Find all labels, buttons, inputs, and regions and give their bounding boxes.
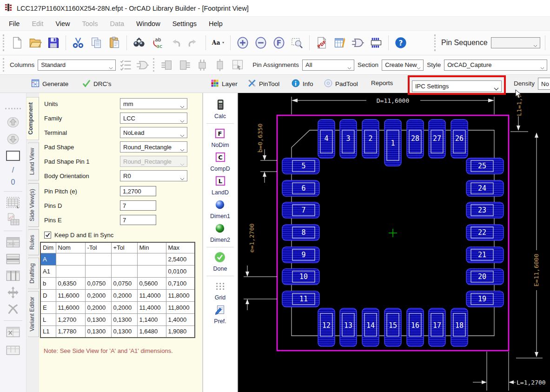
table-cell[interactable] bbox=[137, 265, 166, 277]
ic-footprint-icon[interactable] bbox=[369, 35, 384, 50]
table-cell[interactable]: 11,8000 bbox=[166, 301, 195, 313]
delete-cross-icon[interactable] bbox=[5, 302, 21, 316]
table-row[interactable]: D11,60000,20000,200011,400011,8000 bbox=[40, 289, 195, 301]
tool-compd[interactable]: CCompD bbox=[210, 151, 230, 172]
table-cell[interactable]: 0,1300 bbox=[111, 326, 137, 338]
pin-sequence-combo[interactable] bbox=[491, 37, 540, 48]
table-cell[interactable]: 0,2000 bbox=[111, 289, 137, 301]
table-cell[interactable]: 11,4000 bbox=[137, 289, 166, 301]
padtool-button[interactable]: PadTool bbox=[324, 79, 358, 89]
table-cell[interactable]: 1,4000 bbox=[166, 313, 195, 326]
pkg-pins-left-icon[interactable] bbox=[160, 58, 174, 72]
table-cell[interactable]: 1,1400 bbox=[137, 313, 166, 326]
pkg-pins-right-icon[interactable] bbox=[178, 58, 192, 72]
paste-icon[interactable] bbox=[107, 35, 122, 50]
pin-place-cursor-icon[interactable] bbox=[231, 58, 245, 72]
table-cell[interactable]: 0,1300 bbox=[85, 313, 111, 326]
field-select-pad-shape[interactable]: Round_Rectangle bbox=[120, 141, 187, 153]
table-cell[interactable]: A bbox=[40, 253, 56, 265]
menu-item-help[interactable]: Help bbox=[203, 18, 229, 29]
table-cell[interactable]: 11,6000 bbox=[56, 289, 85, 301]
ipc-settings-combo[interactable]: IPC Settings bbox=[412, 80, 502, 92]
undo-arrow-icon[interactable] bbox=[168, 35, 183, 50]
table-cell[interactable]: E bbox=[40, 301, 56, 313]
pkg-pins-tall-icon[interactable] bbox=[213, 58, 227, 72]
grid-top-icon[interactable]: Auto bbox=[5, 235, 21, 249]
table-row[interactable]: L11,77800,13000,13001,64801,9080 bbox=[40, 326, 195, 338]
table-cell[interactable]: 1,9080 bbox=[166, 326, 195, 338]
menu-item-file[interactable]: File bbox=[3, 18, 26, 29]
tab-rules[interactable]: Rules bbox=[28, 229, 39, 255]
table-select-icon[interactable] bbox=[5, 196, 21, 210]
table-cell[interactable]: 11,8000 bbox=[166, 289, 195, 301]
font-style-icon[interactable]: Aa bbox=[211, 35, 225, 50]
table-remove-icon[interactable] bbox=[5, 325, 21, 339]
table-cell[interactable] bbox=[111, 265, 137, 277]
zoom-region-icon[interactable] bbox=[290, 35, 305, 50]
table-cell[interactable] bbox=[111, 253, 137, 265]
field-select-units[interactable]: mm bbox=[120, 98, 187, 109]
table-cell[interactable]: 0,7100 bbox=[166, 277, 195, 289]
table-cell[interactable] bbox=[56, 265, 85, 277]
field-select-terminal[interactable]: NoLead bbox=[120, 127, 187, 138]
edit-table-icon[interactable] bbox=[332, 35, 347, 50]
reports-button[interactable]: Reports bbox=[371, 80, 393, 86]
table-cell[interactable]: 1,2700 bbox=[56, 313, 85, 326]
tool-nodim[interactable]: FNoDim bbox=[211, 127, 229, 148]
pdf-table-icon[interactable]: PDF bbox=[5, 213, 21, 226]
tab-side-view-s-[interactable]: Side View(s) bbox=[28, 183, 39, 227]
table-cell[interactable]: 0,2000 bbox=[85, 289, 111, 301]
section-combo[interactable]: Create New bbox=[382, 60, 424, 71]
field-input-pins-d[interactable]: 7 bbox=[120, 200, 156, 211]
grid-cols-icon[interactable] bbox=[5, 269, 21, 283]
table-partial-icon[interactable] bbox=[5, 342, 21, 356]
field-input-pin-pitch-e-[interactable]: 1,2700 bbox=[120, 186, 156, 196]
columns-combo[interactable]: Standard bbox=[38, 60, 116, 71]
tool-landd[interactable]: LLandD bbox=[212, 175, 229, 196]
tab-drafting[interactable]: Drafting bbox=[28, 258, 39, 289]
field-input-pins-e[interactable]: 7 bbox=[120, 215, 156, 225]
table-cell[interactable]: L1 bbox=[40, 326, 56, 338]
table-cell[interactable]: 0,2000 bbox=[85, 301, 111, 313]
tab-component[interactable]: Component bbox=[27, 97, 39, 140]
table-row[interactable]: A10,0100 bbox=[40, 265, 195, 277]
drc-button[interactable]: DRC's bbox=[82, 79, 112, 89]
field-select-body-orientation[interactable]: R0 bbox=[120, 170, 187, 181]
replace-text-icon[interactable]: abac bbox=[150, 35, 165, 50]
table-cell[interactable]: 0,2000 bbox=[111, 301, 137, 313]
copy-icon[interactable] bbox=[89, 35, 104, 50]
tool-pref[interactable]: Pref. bbox=[214, 304, 226, 325]
table-cell[interactable]: 11,6000 bbox=[56, 301, 85, 313]
dimensions-table[interactable]: DimNom-Tol+TolMinMaxA2,5400A10,0100b0,63… bbox=[40, 242, 195, 338]
redo-arrow-icon[interactable] bbox=[186, 35, 201, 50]
table-cell[interactable]: L bbox=[40, 313, 56, 326]
table-cell[interactable]: 1,7780 bbox=[56, 326, 85, 338]
table-cell[interactable]: 2,5400 bbox=[166, 253, 195, 265]
zoom-fit-icon[interactable]: F bbox=[272, 35, 286, 50]
export-pdf-icon[interactable]: PDF bbox=[314, 35, 329, 50]
table-row[interactable]: E11,60000,20000,200011,400011,8000 bbox=[40, 301, 195, 313]
logic-gate-gray-icon[interactable] bbox=[136, 58, 150, 72]
menu-item-view[interactable]: View bbox=[49, 18, 76, 29]
footprint-canvas[interactable]: 4321282726121314151617185678910112524232… bbox=[238, 93, 550, 392]
table-cell[interactable]: 0,5600 bbox=[137, 277, 166, 289]
table-cell[interactable]: 0,0100 bbox=[166, 265, 195, 277]
menu-item-edit[interactable]: Edit bbox=[26, 18, 49, 29]
table-cell[interactable]: A1 bbox=[40, 265, 56, 277]
sync-checkbox[interactable] bbox=[44, 232, 51, 239]
table-row[interactable]: A2,5400 bbox=[40, 253, 195, 265]
tool-grid[interactable]: Grid bbox=[214, 280, 226, 301]
pkg-pins-vertical-icon[interactable] bbox=[195, 58, 209, 72]
help-icon[interactable]: ? bbox=[393, 35, 408, 50]
tool-done[interactable]: Done bbox=[213, 251, 227, 272]
table-cell[interactable]: 11,4000 bbox=[137, 301, 166, 313]
table-row[interactable]: L1,27000,13000,13001,14001,4000 bbox=[40, 313, 195, 326]
open-folder-icon[interactable] bbox=[28, 35, 43, 50]
pin-assignments-combo[interactable]: All bbox=[302, 60, 354, 71]
zoom-in-icon[interactable] bbox=[235, 35, 250, 50]
table-cell[interactable]: 0,6350 bbox=[56, 277, 85, 289]
up-arrow-circle-icon[interactable] bbox=[5, 115, 21, 129]
zoom-out-icon[interactable] bbox=[253, 35, 268, 50]
generate-button[interactable]: Generate bbox=[31, 79, 68, 89]
move-cross-icon[interactable] bbox=[5, 286, 21, 299]
